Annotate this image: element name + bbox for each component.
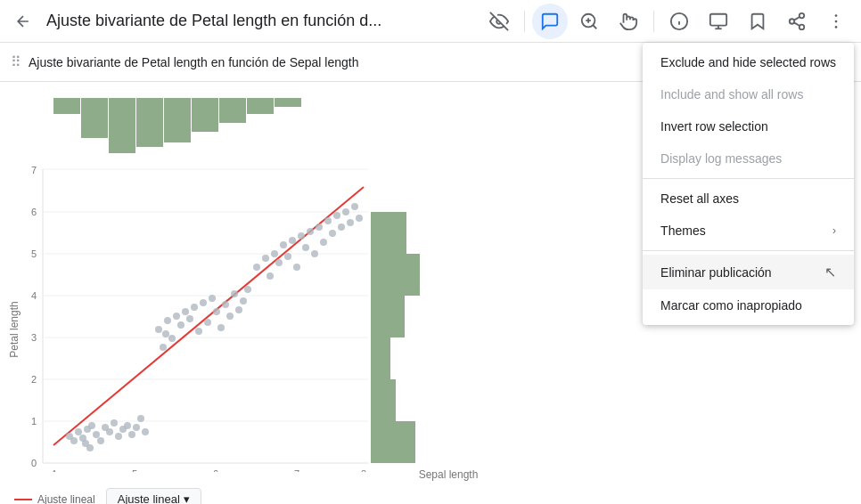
svg-point-111 bbox=[324, 217, 332, 224]
svg-point-109 bbox=[316, 224, 323, 231]
svg-point-67 bbox=[124, 422, 131, 429]
svg-point-92 bbox=[240, 297, 247, 305]
svg-point-90 bbox=[231, 290, 238, 297]
svg-point-69 bbox=[133, 424, 140, 431]
ajuste-lineal-button[interactable]: Ajuste lineal ▾ bbox=[106, 488, 201, 504]
invert-selection-item[interactable]: Invert row selection bbox=[643, 110, 854, 142]
svg-point-76 bbox=[168, 335, 176, 342]
svg-text:5: 5 bbox=[132, 468, 137, 472]
delete-pub-item[interactable]: Eliminar publicación ↖ bbox=[643, 255, 854, 289]
svg-rect-22 bbox=[136, 98, 163, 147]
toolbar-left: Ajuste bivariante de Petal length en fun… bbox=[7, 5, 481, 37]
svg-text:3: 3 bbox=[31, 332, 37, 343]
svg-rect-25 bbox=[219, 98, 246, 123]
menu-divider-1 bbox=[643, 178, 854, 179]
flag-item[interactable]: Marcar como inapropiado bbox=[643, 289, 854, 321]
svg-point-86 bbox=[213, 308, 220, 315]
svg-line-15 bbox=[794, 16, 800, 20]
svg-point-112 bbox=[329, 230, 336, 237]
screen-icon[interactable] bbox=[701, 4, 736, 39]
svg-point-62 bbox=[97, 437, 104, 444]
svg-point-105 bbox=[298, 232, 305, 240]
bookmark-icon[interactable] bbox=[740, 4, 775, 39]
drag-handle-icon[interactable]: ⠿ bbox=[11, 53, 21, 70]
svg-point-68 bbox=[128, 431, 135, 438]
svg-rect-124 bbox=[371, 421, 415, 463]
svg-rect-120 bbox=[371, 254, 420, 296]
svg-text:1: 1 bbox=[31, 416, 37, 427]
svg-text:2: 2 bbox=[31, 374, 37, 385]
svg-point-75 bbox=[164, 317, 171, 324]
svg-rect-123 bbox=[371, 379, 396, 421]
svg-point-102 bbox=[284, 253, 291, 260]
reset-axes-item[interactable]: Reset all axes bbox=[643, 183, 854, 215]
svg-point-97 bbox=[262, 255, 269, 262]
svg-point-82 bbox=[195, 328, 202, 335]
svg-rect-121 bbox=[371, 296, 405, 337]
svg-point-108 bbox=[311, 250, 318, 257]
svg-point-94 bbox=[160, 344, 167, 351]
svg-text:6: 6 bbox=[213, 468, 218, 472]
svg-line-2 bbox=[593, 25, 596, 28]
svg-rect-23 bbox=[164, 98, 191, 142]
svg-point-83 bbox=[200, 299, 207, 306]
themes-item[interactable]: Themes › bbox=[643, 215, 854, 247]
display-log-item[interactable]: Display log messages bbox=[643, 142, 854, 175]
x-axis-label: Sepal length bbox=[36, 468, 861, 481]
flag-label: Marcar como inapropiado bbox=[660, 298, 802, 313]
chart-svg: 0 1 2 3 4 5 6 7 4 5 6 7 8 Petal length bbox=[7, 89, 426, 472]
hide-icon[interactable] bbox=[481, 4, 517, 39]
share-icon[interactable] bbox=[779, 4, 815, 39]
svg-point-64 bbox=[106, 428, 113, 435]
svg-point-84 bbox=[204, 319, 211, 326]
svg-point-79 bbox=[182, 308, 189, 315]
exclude-rows-label: Exclude and hide selected rows bbox=[660, 55, 836, 69]
info-icon[interactable] bbox=[661, 4, 697, 39]
svg-point-101 bbox=[280, 241, 287, 248]
footer-button-label: Ajuste lineal bbox=[118, 492, 180, 504]
zoom-icon[interactable] bbox=[571, 4, 607, 39]
main-content: ⠿ Ajuste bivariante de Petal length en f… bbox=[0, 43, 861, 504]
more-icon[interactable] bbox=[818, 4, 854, 39]
svg-point-55 bbox=[75, 428, 82, 435]
svg-text:7: 7 bbox=[31, 165, 37, 175]
svg-point-88 bbox=[222, 301, 229, 308]
invert-selection-label: Invert row selection bbox=[660, 119, 768, 134]
svg-rect-19 bbox=[53, 98, 80, 114]
exclude-rows-item[interactable]: Exclude and hide selected rows bbox=[643, 46, 854, 78]
svg-text:4: 4 bbox=[31, 290, 37, 301]
include-rows-item[interactable]: Include and show all rows bbox=[643, 78, 854, 110]
svg-point-56 bbox=[70, 437, 78, 444]
svg-point-103 bbox=[289, 237, 296, 244]
svg-point-107 bbox=[307, 228, 314, 235]
cursor-icon: ↖ bbox=[824, 264, 836, 280]
legend-label: Ajuste lineal bbox=[37, 493, 95, 505]
svg-point-95 bbox=[162, 330, 169, 337]
svg-point-117 bbox=[351, 203, 358, 210]
svg-point-104 bbox=[293, 264, 300, 271]
svg-point-12 bbox=[790, 19, 795, 24]
svg-point-17 bbox=[835, 20, 838, 22]
svg-point-70 bbox=[137, 415, 144, 422]
display-log-label: Display log messages bbox=[660, 151, 782, 166]
svg-point-115 bbox=[342, 208, 349, 215]
svg-point-93 bbox=[244, 286, 251, 293]
svg-point-60 bbox=[93, 431, 100, 438]
pan-icon[interactable] bbox=[611, 4, 646, 39]
comment-icon[interactable] bbox=[532, 4, 568, 39]
svg-point-77 bbox=[173, 313, 180, 320]
svg-point-87 bbox=[217, 324, 225, 331]
svg-point-16 bbox=[835, 14, 838, 17]
menu-divider-2 bbox=[643, 250, 854, 251]
toolbar-icons bbox=[481, 4, 854, 39]
back-button[interactable] bbox=[7, 5, 39, 37]
legend-line-icon bbox=[14, 499, 32, 500]
svg-point-81 bbox=[191, 304, 198, 311]
panel-footer: Ajuste lineal Ajuste lineal ▾ bbox=[0, 481, 861, 504]
svg-text:6: 6 bbox=[31, 207, 37, 217]
include-rows-label: Include and show all rows bbox=[660, 87, 803, 102]
svg-text:4: 4 bbox=[51, 468, 56, 472]
page-title: Ajuste bivariante de Petal length en fun… bbox=[46, 12, 381, 30]
svg-point-80 bbox=[186, 315, 193, 322]
svg-text:0: 0 bbox=[31, 458, 37, 468]
